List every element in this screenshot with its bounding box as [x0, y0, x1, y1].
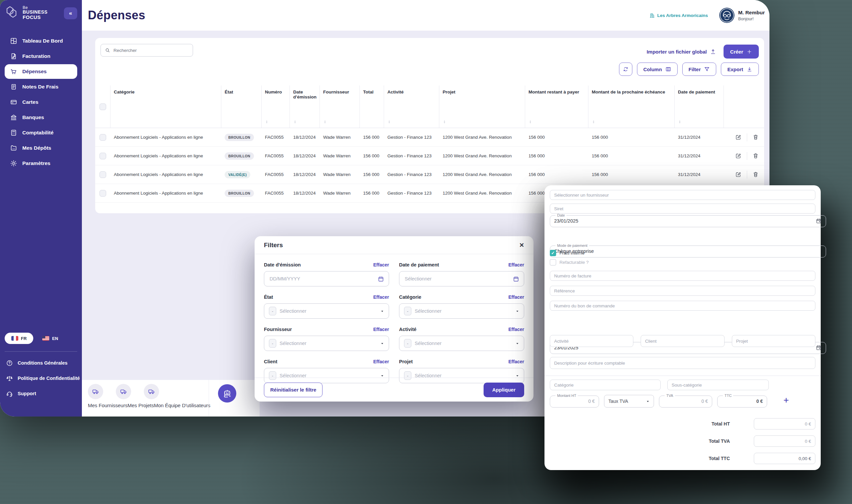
column-header-project[interactable]: Projet	[439, 86, 525, 128]
taux-tva-select[interactable]: Taux TVA	[604, 395, 654, 408]
select-filter[interactable]: -Sélectionner	[264, 336, 389, 351]
refresh-button[interactable]	[619, 62, 632, 76]
quick-link-button[interactable]	[116, 384, 131, 399]
column-header-payment_date[interactable]: Date de paiement	[675, 86, 724, 128]
trash-icon[interactable]	[752, 153, 759, 159]
refacturable-checkbox[interactable]	[550, 259, 556, 266]
clear-filter-link[interactable]: Effacer	[373, 294, 389, 300]
sidebar-item-calc[interactable]: Comptabilité	[0, 125, 82, 140]
sidebar-link-scales[interactable]: Politique de Confidentialité	[0, 371, 82, 386]
edit-icon[interactable]	[735, 171, 742, 178]
sidebar-item-receipt[interactable]: Notes De Frais	[0, 79, 82, 94]
select-all-checkbox[interactable]	[100, 104, 106, 110]
company-link[interactable]: Les Arbres Armoricains	[649, 13, 708, 18]
column-header-activity[interactable]: Activité	[384, 86, 439, 128]
quick-link-label[interactable]: Mon Équipe D'utilisateurs	[154, 402, 210, 408]
create-button[interactable]: Créer	[724, 44, 759, 58]
calendar-icon[interactable]	[378, 276, 384, 282]
calendar-icon[interactable]	[816, 345, 822, 350]
reset-filter-button[interactable]: Réinitialiser le filtre	[264, 382, 322, 397]
select-filter[interactable]: -Sélectionner	[399, 336, 524, 351]
reference-input[interactable]	[550, 286, 815, 296]
language-button-en[interactable]: EN	[36, 333, 65, 344]
frais-interne-checkbox[interactable]: ✓	[550, 250, 556, 256]
edit-icon[interactable]	[735, 134, 742, 140]
clear-filter-link[interactable]: Effacer	[509, 327, 524, 332]
import-global-file-button[interactable]: Importer un fichier global	[647, 49, 716, 55]
clear-filter-link[interactable]: Effacer	[509, 294, 524, 300]
add-line-button[interactable]: +	[783, 396, 789, 405]
ai-assistant-button[interactable]	[218, 384, 236, 402]
sidebar-item-deposits[interactable]: Mes Dépôts	[0, 140, 82, 156]
clear-filter-link[interactable]: Effacer	[373, 262, 389, 268]
tva-field[interactable]: TVA 0 €	[659, 394, 712, 408]
activity-input[interactable]	[550, 335, 633, 347]
sidebar-item-gear[interactable]: Paramètres	[0, 156, 82, 171]
export-button[interactable]: Export	[721, 62, 759, 76]
sort-icon[interactable]	[678, 120, 681, 124]
sort-icon[interactable]	[387, 120, 391, 124]
column-header-supplier[interactable]: Fournisseur	[320, 86, 360, 128]
quick-link-button[interactable]	[144, 384, 159, 399]
clear-filter-link[interactable]: Effacer	[373, 359, 389, 364]
clear-filter-link[interactable]: Effacer	[509, 262, 524, 268]
subcategory-input[interactable]	[667, 380, 769, 390]
date-input[interactable]	[404, 276, 510, 282]
sidebar-item-card[interactable]: Cartes	[0, 94, 82, 110]
table-row[interactable]: Abonnement Logiciels - Applications en l…	[95, 165, 764, 184]
row-checkbox[interactable]	[100, 171, 106, 178]
sidebar-link-help[interactable]: Conditions Générales	[0, 355, 82, 371]
calendar-icon[interactable]	[816, 218, 822, 224]
apply-filter-button[interactable]: Appliquer	[483, 382, 524, 397]
quick-link-label[interactable]: Mes Projets	[127, 402, 154, 408]
category-input[interactable]	[550, 380, 661, 390]
supplier-select-input[interactable]	[550, 190, 815, 200]
row-checkbox[interactable]	[100, 153, 106, 159]
client-input[interactable]	[641, 335, 724, 347]
column-button[interactable]: Column	[637, 62, 678, 76]
select-filter[interactable]: -Sélectionner	[399, 303, 524, 319]
quick-link-button[interactable]	[88, 384, 103, 399]
edit-icon[interactable]	[735, 153, 742, 159]
quick-link-label[interactable]: Mes Fournisseurs	[88, 402, 127, 408]
column-header-next_due[interactable]: Montant de la prochaine échéance	[588, 86, 675, 128]
column-header-number[interactable]: Numéro	[262, 86, 290, 128]
close-icon[interactable]: ✕	[519, 241, 524, 249]
sidebar-item-cart[interactable]: Dépenses	[5, 64, 77, 79]
language-button-fr[interactable]: FR	[5, 333, 33, 344]
sidebar-link-headset[interactable]: Support	[0, 386, 82, 401]
table-row[interactable]: Abonnement Logiciels - Applications en l…	[95, 147, 764, 165]
calendar-icon[interactable]	[513, 276, 519, 282]
clear-filter-link[interactable]: Effacer	[373, 327, 389, 332]
siret-input[interactable]	[550, 203, 815, 214]
user-menu[interactable]: M. Rembur Bonjour!	[719, 8, 765, 23]
column-header-remaining[interactable]: Montant restant à payer	[525, 86, 588, 128]
invoice-number-input[interactable]	[550, 271, 815, 281]
table-row[interactable]: Abonnement Logiciels - Applications en l…	[95, 128, 764, 147]
select-filter[interactable]: -Sélectionner	[264, 303, 389, 319]
sort-icon[interactable]	[293, 120, 297, 124]
search-input[interactable]	[113, 48, 189, 53]
sort-icon[interactable]	[529, 120, 532, 124]
trash-icon[interactable]	[752, 134, 759, 140]
description-input[interactable]	[550, 357, 815, 369]
app-logo[interactable]: Be BUSINESS FOCUS	[5, 5, 48, 21]
sort-icon[interactable]	[443, 120, 446, 124]
sidebar-item-bank[interactable]: Banques	[0, 110, 82, 125]
amount-ht-field[interactable]: Montant HT 0 €	[550, 394, 599, 408]
date-input[interactable]	[269, 276, 374, 282]
sort-icon[interactable]	[323, 120, 327, 124]
row-checkbox[interactable]	[100, 134, 106, 141]
project-input[interactable]	[732, 335, 815, 347]
trash-icon[interactable]	[752, 171, 759, 178]
po-number-input[interactable]	[550, 301, 815, 311]
row-checkbox[interactable]	[100, 190, 106, 197]
sort-icon[interactable]	[265, 120, 269, 124]
column-header-issue_date[interactable]: Date d'émission	[290, 86, 320, 128]
ttc-field[interactable]: TTC 0 €	[717, 394, 767, 408]
sidebar-collapse-button[interactable]: «	[64, 7, 77, 19]
date-field[interactable]: Date 23/01/2025	[550, 213, 826, 227]
filter-button[interactable]: Filter	[682, 62, 716, 76]
sidebar-item-dashboard[interactable]: Tableau De Bord	[0, 33, 82, 49]
clear-filter-link[interactable]: Effacer	[509, 359, 524, 364]
